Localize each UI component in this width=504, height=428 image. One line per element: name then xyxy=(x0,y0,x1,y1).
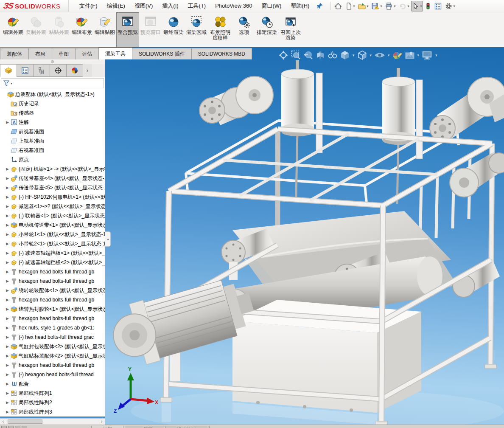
panel-tab-displaymanager[interactable] xyxy=(66,64,83,77)
panel-tab-dimxpertmanager[interactable] xyxy=(50,64,67,77)
tree-row[interactable]: ▶配合 xyxy=(0,379,105,389)
tree-filter[interactable]: ▾ xyxy=(1,78,104,88)
tree-row[interactable]: ▶(-) hex head bolts-full thread grac xyxy=(0,332,105,342)
ribbon-integrated-preview-button[interactable]: 整合预览 xyxy=(116,12,139,47)
tab-布局[interactable]: 布局 xyxy=(28,48,52,59)
expand-arrow-icon[interactable]: ▶ xyxy=(6,354,10,358)
hide-show-items-icon[interactable] xyxy=(374,50,385,60)
expand-arrow-icon[interactable]: ▶ xyxy=(6,344,10,349)
expand-arrow-icon[interactable]: ▶ xyxy=(6,214,10,218)
tree-row[interactable]: ▶(-) HF-SP102K伺服电机<1> (默认<<默认>_显示状态-1>) xyxy=(0,192,105,202)
expand-arrow-icon[interactable]: ▶ xyxy=(6,167,10,171)
expand-arrow-icon[interactable]: ▶ xyxy=(6,335,10,339)
view-settings-icon[interactable] xyxy=(422,50,433,60)
tree-row[interactable]: 总装配体 (默认<默认_显示状态-1>) xyxy=(0,90,105,99)
select-button[interactable]: ▾ xyxy=(411,1,423,11)
select-dropdown-icon[interactable]: ▾ xyxy=(420,4,422,8)
hide-show-items-dropdown-icon[interactable]: ▾ xyxy=(388,53,390,57)
scrollbar-thumb[interactable] xyxy=(8,420,42,424)
tree-row[interactable]: 传感器 xyxy=(0,108,105,118)
menu-帮助(H)[interactable]: 帮助(H) xyxy=(286,0,314,12)
tree-row[interactable]: ▶局部线性阵列1 xyxy=(0,389,105,398)
panel-tab-configurationmanager[interactable] xyxy=(33,64,50,77)
panel-splitter[interactable] xyxy=(0,59,105,64)
dynamic-annotation-views-icon[interactable]: A xyxy=(328,50,338,60)
expand-arrow-icon[interactable]: ▶ xyxy=(6,223,10,227)
panel-tab-propertymanager[interactable] xyxy=(17,64,34,77)
print-button[interactable]: ▾ xyxy=(384,1,397,11)
ribbon-options-render-button[interactable]: 选项 xyxy=(232,12,255,47)
tree-row[interactable]: ▶绕转轮装配体<1> (默认<默认_显示状态-1>) xyxy=(0,286,105,295)
tree-row[interactable]: ▶传送带基座<5> (默认<默认_显示状态-1>) xyxy=(0,183,105,192)
display-style-icon[interactable] xyxy=(357,50,367,60)
menu-窗口(W)[interactable]: 窗口(W) xyxy=(257,0,286,12)
ribbon-edit-appearance-button[interactable]: 编辑外观 xyxy=(2,12,25,47)
expand-arrow-icon[interactable]: ▶ xyxy=(6,176,10,180)
file-properties-button[interactable] xyxy=(433,1,443,11)
document-tab-模型[interactable]: 模型 xyxy=(91,426,123,428)
solidworks-logo[interactable]: ЗS SOLIDWORKS xyxy=(0,0,69,12)
open-button[interactable]: ▾ xyxy=(357,1,370,11)
tree-row[interactable]: ▶hexagon head bolts-full thread gb xyxy=(0,267,105,276)
ribbon-render-region-button[interactable]: 渲染区域 xyxy=(185,12,208,47)
apply-scene-icon[interactable] xyxy=(405,50,415,60)
expand-arrow-icon[interactable]: ▶ xyxy=(6,298,10,302)
expand-arrow-icon[interactable]: ▶ xyxy=(6,410,10,414)
menu-编辑(E)[interactable]: 编辑(E) xyxy=(102,0,130,12)
expand-arrow-icon[interactable]: ▶ xyxy=(6,288,10,293)
expand-arrow-icon[interactable]: ▶ xyxy=(6,260,10,265)
open-dropdown-icon[interactable]: ▾ xyxy=(367,4,368,8)
tab-SOLIDWORKS MBD[interactable]: SOLIDWORKS MBD xyxy=(191,48,252,59)
panel-tabs-overflow-icon[interactable]: › xyxy=(83,64,92,77)
ribbon-schedule-render-button[interactable]: 排定渲染 xyxy=(255,12,278,47)
tree-row[interactable]: 前视基准面 xyxy=(0,127,105,136)
tree-row[interactable]: ▶绕转热封膜轮<1> (默认<默认_显示状态-1>) xyxy=(0,304,105,314)
document-tab-3D 视图[interactable]: 3D 视图 xyxy=(125,426,164,428)
view-orientation-icon[interactable] xyxy=(340,50,350,60)
expand-arrow-icon[interactable]: ▶ xyxy=(6,382,10,386)
scroll-left-icon[interactable]: ‹ xyxy=(0,419,6,425)
expand-arrow-icon[interactable]: ▶ xyxy=(6,186,10,190)
expand-arrow-icon[interactable]: ▶ xyxy=(6,204,10,208)
tree-row[interactable]: ▶(-) 联轴器<1> (默认<<默认>_显示状态-1>) xyxy=(0,211,105,220)
tree-row[interactable]: ▶hex nuts, style 1-grades ab gb<1: xyxy=(0,323,105,332)
tab-渲染工具[interactable]: 渲染工具 xyxy=(98,48,132,59)
expand-arrow-icon[interactable]: ▶ xyxy=(6,279,10,283)
tree-row[interactable]: ▶hexagon head bolts-full thread gb xyxy=(0,295,105,304)
save-dropdown-icon[interactable]: ▾ xyxy=(380,4,382,8)
menu-工具(T)[interactable]: 工具(T) xyxy=(183,0,211,12)
expand-arrow-icon[interactable]: ▶ xyxy=(6,195,10,199)
expand-arrow-icon[interactable]: ▶ xyxy=(6,307,10,311)
tree-row[interactable]: ▶(-) 减速器轴端挡板<1> (默认<<默认>_显示状态-1>) xyxy=(0,248,105,258)
ribbon-recall-render-button[interactable]: 召回上次渲染 xyxy=(278,12,303,47)
print-dropdown-icon[interactable]: ▾ xyxy=(394,4,395,8)
expand-arrow-icon[interactable]: ▶ xyxy=(6,363,10,367)
expand-arrow-icon[interactable]: ▶ xyxy=(6,400,10,405)
section-view-icon[interactable] xyxy=(315,50,325,60)
new-document-dropdown-icon[interactable]: ▾ xyxy=(353,4,355,8)
scroll-right-icon[interactable]: › xyxy=(98,419,105,425)
ribbon-edit-decal-button[interactable]: 编辑贴图 xyxy=(93,12,116,47)
home-button[interactable] xyxy=(333,1,343,11)
tree-row[interactable]: 原点 xyxy=(0,155,105,164)
tree-row[interactable]: ▶hexagon head bolts-full thread gb xyxy=(0,314,105,323)
options-dropdown-icon[interactable]: ▾ xyxy=(453,4,455,8)
menu-文件(F)[interactable]: 文件(F) xyxy=(75,0,102,12)
expand-arrow-icon[interactable]: ▶ xyxy=(6,391,10,395)
ribbon-scene-illumination-button[interactable]: 布景照明度校样 xyxy=(208,12,232,47)
splitter-box[interactable] xyxy=(22,426,27,428)
display-style-dropdown-icon[interactable]: ▾ xyxy=(370,53,372,57)
view-orientation-dropdown-icon[interactable]: ▾ xyxy=(353,53,355,57)
previous-view-icon[interactable] xyxy=(303,50,313,60)
menu-视图(V)[interactable]: 视图(V) xyxy=(130,0,157,12)
tree-row[interactable]: ▶(-) hexagon head bolts-full thread xyxy=(0,370,105,379)
pin-menu-icon[interactable] xyxy=(316,3,328,9)
tree-row[interactable]: ▶电动机传送带<1> (默认<默认_显示状态-1>) xyxy=(0,220,105,230)
tree-row[interactable]: ▶小带轮2<1> (默认<<默认>_显示状态-1>) xyxy=(0,239,105,248)
ribbon-final-render-button[interactable]: 最终渲染 xyxy=(162,12,185,47)
zoom-to-fit-icon[interactable] xyxy=(278,50,288,60)
tree-row[interactable]: ▶气缸封包装配体<2> (默认<默认_显示状态-1>) xyxy=(0,342,105,351)
zoom-to-area-icon[interactable] xyxy=(291,50,301,60)
tree-row[interactable]: ▶局部线性阵列2 xyxy=(0,398,105,407)
rebuild-traffic-light-button[interactable] xyxy=(424,1,432,11)
